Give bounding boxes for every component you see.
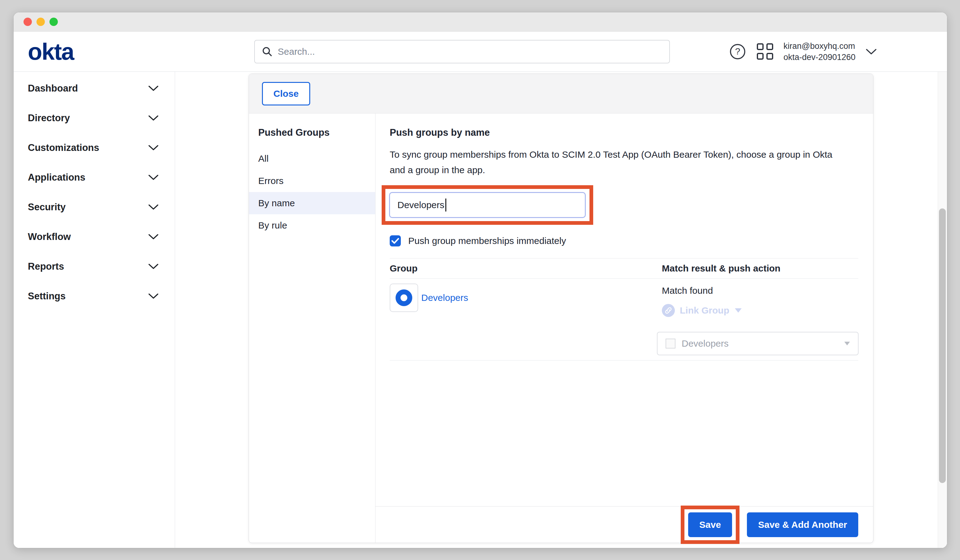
group-name-input[interactable]: Developers bbox=[389, 192, 586, 218]
nav-item-by-name[interactable]: By name bbox=[249, 192, 375, 214]
chevron-down-icon bbox=[148, 115, 158, 121]
push-immediately-checkbox[interactable] bbox=[390, 235, 401, 246]
window-minimize-button[interactable] bbox=[37, 18, 45, 26]
window-close-button[interactable] bbox=[24, 18, 32, 26]
chevron-down-icon bbox=[148, 264, 158, 270]
table-row: Developers Match found bbox=[390, 278, 858, 360]
push-groups-dialog: Close Pushed Groups All Errors By name B… bbox=[249, 74, 874, 543]
window-titlebar bbox=[14, 12, 947, 32]
group-name-input-value: Developers bbox=[397, 200, 445, 210]
sidebar-item-customizations[interactable]: Customizations bbox=[14, 133, 175, 163]
account-chevron-down-icon[interactable] bbox=[866, 48, 877, 55]
link-group-button[interactable]: Link Group bbox=[662, 304, 742, 317]
browser-window: okta ? kiran@boxyhq.com bbox=[14, 12, 947, 548]
dialog-content: Push groups by name To sync group member… bbox=[376, 114, 873, 506]
content-area: Close Pushed Groups All Errors By name B… bbox=[175, 72, 947, 548]
chevron-down-icon bbox=[148, 204, 158, 210]
account-menu[interactable]: kiran@boxyhq.com okta-dev-20901260 bbox=[783, 40, 856, 63]
window-zoom-button[interactable] bbox=[50, 18, 58, 26]
column-header-group: Group bbox=[390, 263, 662, 274]
group-link[interactable]: Developers bbox=[421, 293, 468, 303]
global-search[interactable] bbox=[254, 40, 670, 63]
sidebar-item-applications[interactable]: Applications bbox=[14, 163, 175, 192]
save-button[interactable]: Save bbox=[688, 512, 732, 537]
sidebar-nav: Dashboard Directory Customizations Appli… bbox=[14, 72, 175, 548]
group-icon bbox=[390, 283, 418, 312]
match-status: Match found bbox=[662, 285, 713, 296]
apps-grid-icon[interactable] bbox=[756, 43, 773, 60]
app-header: okta ? kiran@boxyhq.com bbox=[14, 32, 947, 72]
search-input[interactable] bbox=[278, 46, 662, 57]
okta-logo[interactable]: okta bbox=[28, 40, 74, 63]
nav-item-errors[interactable]: Errors bbox=[249, 170, 375, 192]
dialog-header: Close bbox=[249, 74, 873, 114]
chevron-down-icon bbox=[148, 174, 158, 181]
sidebar-item-directory[interactable]: Directory bbox=[14, 103, 175, 133]
push-immediately-label: Push group memberships immediately bbox=[408, 236, 566, 246]
main-area: Dashboard Directory Customizations Appli… bbox=[14, 72, 947, 548]
page-scrollbar-thumb[interactable] bbox=[939, 208, 946, 483]
chevron-down-icon bbox=[148, 145, 158, 151]
dialog-footer: Save Save & Add Another bbox=[376, 506, 873, 543]
sidebar-item-security[interactable]: Security bbox=[14, 192, 175, 222]
target-group-select[interactable]: Developers bbox=[657, 332, 859, 355]
page-scrollbar-track[interactable] bbox=[938, 72, 947, 548]
link-group-label: Link Group bbox=[680, 305, 729, 316]
save-add-another-button[interactable]: Save & Add Another bbox=[747, 512, 858, 537]
nav-item-by-rule[interactable]: By rule bbox=[249, 214, 375, 237]
sidebar-item-dashboard[interactable]: Dashboard bbox=[14, 74, 175, 103]
chevron-down-icon bbox=[148, 85, 158, 91]
pushed-groups-title: Pushed Groups bbox=[249, 127, 375, 138]
group-match-table: Group Match result & push action Develop… bbox=[390, 258, 858, 360]
link-icon bbox=[662, 304, 675, 317]
link-group-caret-icon bbox=[735, 308, 742, 313]
account-email: kiran@boxyhq.com bbox=[783, 40, 856, 52]
target-group-thumbnail bbox=[666, 339, 675, 349]
search-icon bbox=[262, 46, 273, 57]
sidebar-item-reports[interactable]: Reports bbox=[14, 252, 175, 282]
close-button[interactable]: Close bbox=[262, 82, 310, 106]
chevron-down-icon bbox=[148, 293, 158, 299]
column-header-match: Match result & push action bbox=[662, 263, 858, 274]
help-icon[interactable]: ? bbox=[729, 43, 746, 60]
section-heading: Push groups by name bbox=[390, 127, 858, 138]
sidebar-item-workflow[interactable]: Workflow bbox=[14, 222, 175, 252]
account-org: okta-dev-20901260 bbox=[783, 52, 856, 63]
pushed-groups-nav: Pushed Groups All Errors By name By rule bbox=[249, 114, 376, 543]
sidebar-item-settings[interactable]: Settings bbox=[14, 282, 175, 311]
nav-item-all[interactable]: All bbox=[249, 147, 375, 170]
input-annotation-highlight: Developers bbox=[382, 185, 593, 225]
select-caret-icon bbox=[844, 342, 850, 346]
section-description: To sync group memberships from Okta to S… bbox=[390, 147, 847, 178]
target-group-value: Developers bbox=[682, 338, 838, 349]
svg-text:?: ? bbox=[735, 46, 741, 56]
chevron-down-icon bbox=[148, 234, 158, 240]
text-cursor bbox=[445, 198, 446, 211]
save-annotation-highlight: Save bbox=[681, 506, 739, 544]
